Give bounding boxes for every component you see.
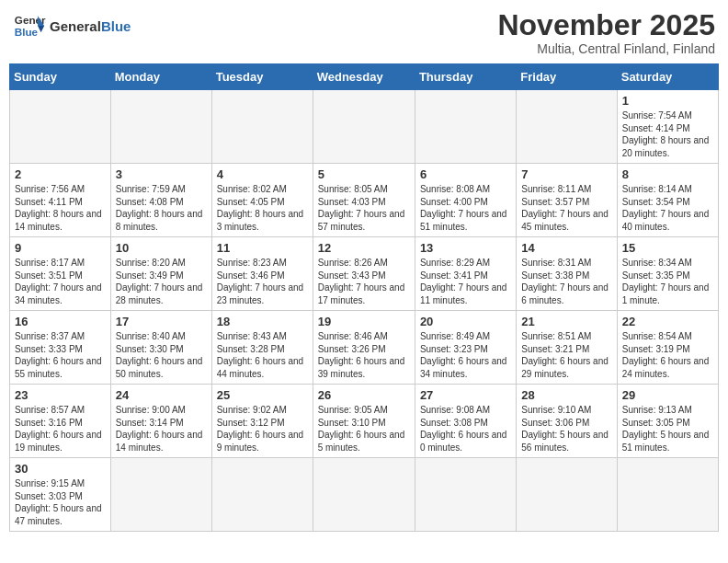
day-number: 11 — [217, 241, 308, 255]
week-row-1: 2Sunrise: 7:56 AM Sunset: 4:11 PM Daylig… — [10, 164, 719, 237]
day-info: Sunrise: 8:34 AM Sunset: 3:35 PM Dayligh… — [622, 257, 713, 306]
day-cell: 21Sunrise: 8:51 AM Sunset: 3:21 PM Dayli… — [517, 311, 617, 385]
day-number: 19 — [318, 315, 410, 328]
day-number: 9 — [15, 241, 106, 255]
month-title: November 2025 — [497, 9, 715, 41]
day-cell: 15Sunrise: 8:34 AM Sunset: 3:35 PM Dayli… — [617, 237, 718, 311]
day-number: 25 — [217, 388, 308, 402]
location: Multia, Central Finland, Finland — [497, 41, 715, 56]
title-block: November 2025 Multia, Central Finland, F… — [497, 9, 715, 56]
logo-icon: General Blue — [13, 9, 46, 42]
day-number: 24 — [116, 388, 207, 402]
day-cell — [517, 458, 617, 532]
day-cell: 26Sunrise: 9:05 AM Sunset: 3:10 PM Dayli… — [313, 385, 415, 458]
day-cell: 27Sunrise: 9:08 AM Sunset: 3:08 PM Dayli… — [415, 385, 516, 458]
day-number: 4 — [217, 167, 308, 181]
weekday-header-monday: Monday — [110, 64, 211, 90]
svg-text:Blue: Blue — [15, 26, 39, 38]
day-number: 5 — [318, 167, 410, 181]
day-number: 10 — [116, 241, 207, 255]
day-number: 28 — [521, 388, 611, 402]
day-info: Sunrise: 8:23 AM Sunset: 3:46 PM Dayligh… — [217, 257, 308, 306]
day-cell: 9Sunrise: 8:17 AM Sunset: 3:51 PM Daylig… — [10, 237, 111, 311]
day-cell: 14Sunrise: 8:31 AM Sunset: 3:38 PM Dayli… — [517, 237, 617, 311]
day-info: Sunrise: 8:11 AM Sunset: 3:57 PM Dayligh… — [521, 183, 611, 233]
week-row-2: 9Sunrise: 8:17 AM Sunset: 3:51 PM Daylig… — [10, 237, 719, 311]
day-cell: 2Sunrise: 7:56 AM Sunset: 4:11 PM Daylig… — [10, 164, 111, 237]
day-number: 2 — [15, 167, 106, 181]
day-number: 15 — [622, 241, 713, 255]
day-number: 22 — [622, 315, 713, 328]
day-cell — [617, 458, 718, 532]
week-row-3: 16Sunrise: 8:37 AM Sunset: 3:33 PM Dayli… — [10, 311, 719, 385]
day-info: Sunrise: 8:43 AM Sunset: 3:28 PM Dayligh… — [217, 330, 308, 380]
day-info: Sunrise: 8:20 AM Sunset: 3:49 PM Dayligh… — [116, 257, 207, 306]
week-row-0: 1Sunrise: 7:54 AM Sunset: 4:14 PM Daylig… — [10, 90, 719, 164]
day-number: 16 — [15, 315, 106, 328]
day-cell: 8Sunrise: 8:14 AM Sunset: 3:54 PM Daylig… — [617, 164, 718, 237]
day-info: Sunrise: 7:59 AM Sunset: 4:08 PM Dayligh… — [116, 183, 207, 233]
day-info: Sunrise: 8:46 AM Sunset: 3:26 PM Dayligh… — [318, 330, 410, 380]
day-info: Sunrise: 8:29 AM Sunset: 3:41 PM Dayligh… — [420, 257, 511, 306]
day-number: 23 — [15, 388, 106, 402]
day-number: 27 — [420, 388, 511, 402]
day-cell: 17Sunrise: 8:40 AM Sunset: 3:30 PM Dayli… — [110, 311, 211, 385]
day-info: Sunrise: 8:31 AM Sunset: 3:38 PM Dayligh… — [521, 257, 611, 306]
day-info: Sunrise: 8:08 AM Sunset: 4:00 PM Dayligh… — [420, 183, 511, 233]
day-cell — [517, 90, 617, 164]
day-info: Sunrise: 8:37 AM Sunset: 3:33 PM Dayligh… — [15, 330, 106, 380]
day-cell — [415, 90, 516, 164]
calendar: SundayMondayTuesdayWednesdayThursdayFrid… — [9, 63, 719, 532]
weekday-header-wednesday: Wednesday — [313, 64, 415, 90]
day-cell — [10, 90, 111, 164]
day-number: 8 — [622, 167, 713, 181]
weekday-header-row: SundayMondayTuesdayWednesdayThursdayFrid… — [10, 64, 719, 90]
day-number: 17 — [116, 315, 207, 328]
day-info: Sunrise: 9:08 AM Sunset: 3:08 PM Dayligh… — [420, 404, 511, 454]
week-row-5: 30Sunrise: 9:15 AM Sunset: 3:03 PM Dayli… — [10, 458, 719, 532]
day-cell: 25Sunrise: 9:02 AM Sunset: 3:12 PM Dayli… — [211, 385, 313, 458]
day-cell — [313, 458, 415, 532]
day-number: 7 — [521, 167, 611, 181]
day-number: 14 — [521, 241, 611, 255]
day-cell: 24Sunrise: 9:00 AM Sunset: 3:14 PM Dayli… — [110, 385, 211, 458]
day-info: Sunrise: 8:17 AM Sunset: 3:51 PM Dayligh… — [15, 257, 106, 306]
day-cell: 20Sunrise: 8:49 AM Sunset: 3:23 PM Dayli… — [415, 311, 516, 385]
day-info: Sunrise: 9:13 AM Sunset: 3:05 PM Dayligh… — [622, 404, 713, 454]
day-number: 3 — [116, 167, 207, 181]
day-info: Sunrise: 9:15 AM Sunset: 3:03 PM Dayligh… — [15, 477, 106, 527]
day-cell — [211, 458, 313, 532]
day-info: Sunrise: 9:10 AM Sunset: 3:06 PM Dayligh… — [521, 404, 611, 454]
day-info: Sunrise: 9:02 AM Sunset: 3:12 PM Dayligh… — [217, 404, 308, 454]
day-info: Sunrise: 7:54 AM Sunset: 4:14 PM Dayligh… — [622, 109, 713, 159]
page-header: General Blue GeneralBlue November 2025 M… — [9, 9, 719, 56]
day-number: 12 — [318, 241, 410, 255]
day-cell: 28Sunrise: 9:10 AM Sunset: 3:06 PM Dayli… — [517, 385, 617, 458]
day-cell: 29Sunrise: 9:13 AM Sunset: 3:05 PM Dayli… — [617, 385, 718, 458]
day-number: 30 — [15, 462, 106, 476]
day-cell: 11Sunrise: 8:23 AM Sunset: 3:46 PM Dayli… — [211, 237, 313, 311]
week-row-4: 23Sunrise: 8:57 AM Sunset: 3:16 PM Dayli… — [10, 385, 719, 458]
day-number: 18 — [217, 315, 308, 328]
day-number: 13 — [420, 241, 511, 255]
day-info: Sunrise: 8:49 AM Sunset: 3:23 PM Dayligh… — [420, 330, 511, 380]
day-cell: 5Sunrise: 8:05 AM Sunset: 4:03 PM Daylig… — [313, 164, 415, 237]
day-info: Sunrise: 8:54 AM Sunset: 3:19 PM Dayligh… — [622, 330, 713, 380]
logo: General Blue GeneralBlue — [13, 9, 131, 42]
logo-text: GeneralBlue — [50, 18, 131, 34]
day-cell: 4Sunrise: 8:02 AM Sunset: 4:05 PM Daylig… — [211, 164, 313, 237]
day-cell — [313, 90, 415, 164]
weekday-header-sunday: Sunday — [10, 64, 111, 90]
day-number: 26 — [318, 388, 410, 402]
day-cell — [211, 90, 313, 164]
day-cell: 30Sunrise: 9:15 AM Sunset: 3:03 PM Dayli… — [10, 458, 111, 532]
weekday-header-thursday: Thursday — [415, 64, 516, 90]
day-number: 29 — [622, 388, 713, 402]
day-number: 21 — [521, 315, 611, 328]
day-cell: 7Sunrise: 8:11 AM Sunset: 3:57 PM Daylig… — [517, 164, 617, 237]
day-info: Sunrise: 9:05 AM Sunset: 3:10 PM Dayligh… — [318, 404, 410, 454]
day-cell: 12Sunrise: 8:26 AM Sunset: 3:43 PM Dayli… — [313, 237, 415, 311]
day-cell: 18Sunrise: 8:43 AM Sunset: 3:28 PM Dayli… — [211, 311, 313, 385]
day-info: Sunrise: 8:14 AM Sunset: 3:54 PM Dayligh… — [622, 183, 713, 233]
day-cell — [110, 458, 211, 532]
